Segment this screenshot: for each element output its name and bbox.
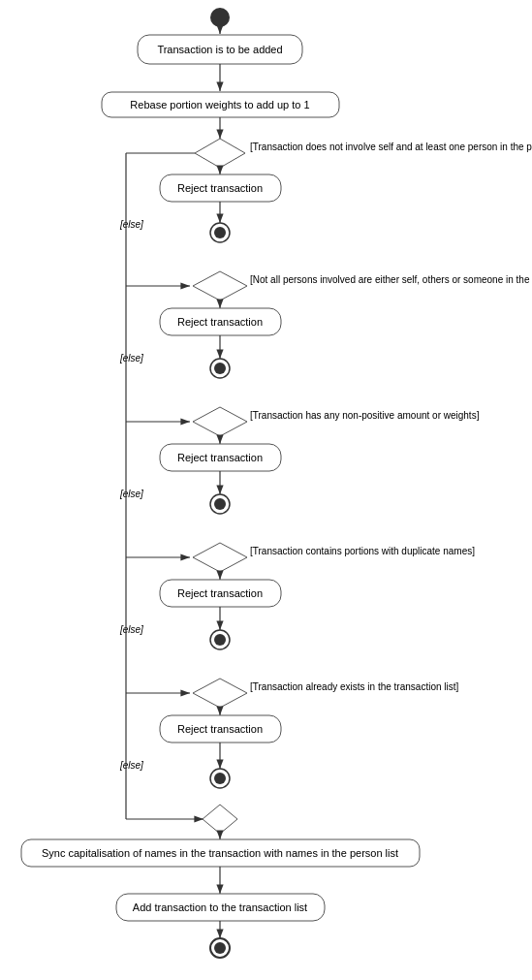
else2-label: [else] [119,353,143,364]
end-node1-inner [214,227,226,238]
rebase-label: Rebase portion weights to add up to 1 [130,99,309,111]
diamond4 [193,543,247,572]
condition2-label: [Not all persons involved are either sel… [250,274,532,285]
else5-label: [else] [119,760,143,771]
else4-label: [else] [119,624,143,635]
end-node-final-inner [214,942,226,954]
condition4-label: [Transaction contains portions with dupl… [250,546,475,556]
end-node3-inner [214,498,226,510]
else1-label: [else] [119,219,143,230]
else3-label: [else] [119,489,143,499]
condition5-label: [Transaction already exists in the trans… [250,681,459,692]
diamond5 [193,679,247,708]
reject5-label: Reject transaction [177,723,263,735]
reject4-label: Reject transaction [177,587,263,599]
diamond2 [193,271,247,300]
condition1-label: [Transaction does not involve self and a… [250,142,532,152]
start-node [210,8,230,27]
transaction-to-add-label: Transaction is to be added [157,44,282,55]
add-label: Add transaction to the transaction list [133,901,307,913]
end-node5-inner [214,773,226,784]
diamond1 [195,139,245,168]
diamond-final [203,805,237,834]
end-node2-inner [214,363,226,374]
reject2-label: Reject transaction [177,316,263,328]
sync-label: Sync capitalisation of names in the tran… [42,847,398,859]
diamond3 [193,407,247,436]
reject1-label: Reject transaction [177,182,263,194]
condition3-label: [Transaction has any non-positive amount… [250,410,480,421]
reject3-label: Reject transaction [177,452,263,463]
end-node4-inner [214,634,226,646]
activity-diagram: Transaction is to be added Rebase portio… [0,0,532,980]
